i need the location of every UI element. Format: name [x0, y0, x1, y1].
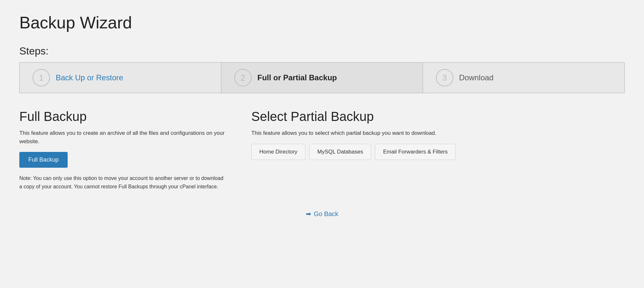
- go-back-link[interactable]: ⬅ Go Back: [306, 210, 339, 218]
- page-container: Backup Wizard Steps: 1 Back Up or Restor…: [0, 0, 644, 231]
- mysql-databases-button[interactable]: MySQL Databases: [309, 144, 371, 160]
- full-backup-title: Full Backup: [19, 109, 226, 124]
- home-directory-button[interactable]: Home Directory: [251, 144, 305, 160]
- partial-backup-section: Select Partial Backup This feature allow…: [251, 109, 625, 191]
- go-back-label: Go Back: [314, 210, 339, 218]
- full-backup-button[interactable]: Full Backup: [19, 152, 68, 168]
- steps-label: Steps:: [19, 45, 625, 57]
- full-backup-note: Note: You can only use this option to mo…: [19, 174, 226, 191]
- step-2-circle: 2: [234, 69, 252, 86]
- partial-backup-description: This feature allows you to select which …: [251, 129, 625, 137]
- step-3-label: Download: [459, 73, 494, 82]
- page-title: Backup Wizard: [19, 13, 625, 32]
- go-back-icon: ⬅: [306, 210, 311, 218]
- step-1-circle: 1: [33, 69, 50, 86]
- go-back-area: ⬅ Go Back: [19, 210, 625, 218]
- content-area: Full Backup This feature allows you to c…: [19, 109, 625, 191]
- full-backup-section: Full Backup This feature allows you to c…: [19, 109, 226, 191]
- steps-bar: 1 Back Up or Restore 2 Full or Partial B…: [19, 62, 625, 93]
- step-2-label: Full or Partial Backup: [257, 73, 337, 82]
- step-2: 2 Full or Partial Backup: [221, 63, 423, 93]
- step-3: 3 Download: [423, 63, 624, 93]
- step-3-circle: 3: [436, 69, 453, 86]
- email-forwarders-button[interactable]: Email Forwarders & Filters: [375, 144, 456, 160]
- partial-backup-buttons: Home Directory MySQL Databases Email For…: [251, 144, 625, 160]
- step-1[interactable]: 1 Back Up or Restore: [20, 63, 221, 93]
- partial-backup-title: Select Partial Backup: [251, 109, 625, 124]
- step-1-label[interactable]: Back Up or Restore: [56, 73, 123, 82]
- full-backup-description: This feature allows you to create an arc…: [19, 129, 226, 145]
